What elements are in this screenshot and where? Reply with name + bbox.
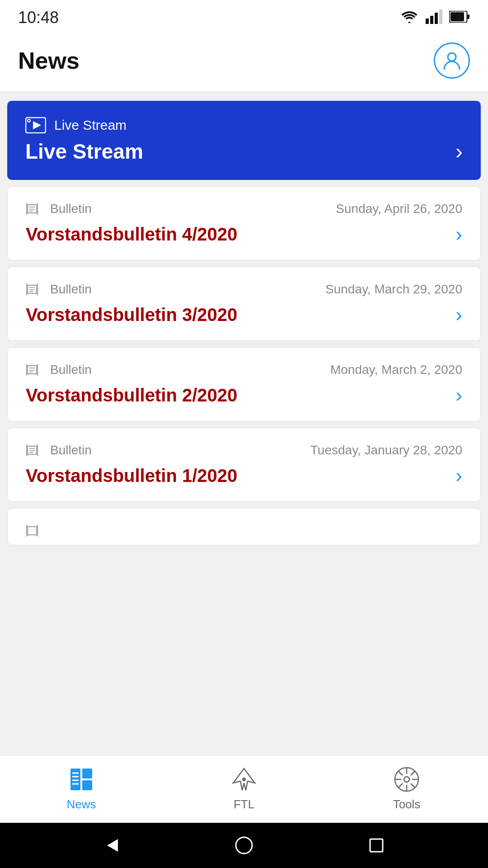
svg-rect-43	[370, 839, 383, 852]
bulletin-label-2: Bulletin	[50, 363, 92, 377]
live-stream-top: Live Stream	[25, 117, 463, 133]
nav-item-news[interactable]: News	[0, 765, 163, 811]
live-stream-card[interactable]: Live Stream Live Stream ›	[7, 101, 481, 180]
chevron-right-icon: ›	[455, 139, 463, 164]
live-stream-top-label: Live Stream	[54, 118, 127, 133]
svg-rect-5	[450, 12, 464, 21]
ftl-nav-icon	[230, 765, 258, 794]
back-button[interactable]	[102, 835, 122, 855]
bulletin-icon-3	[26, 443, 43, 458]
nav-item-tools[interactable]: Tools	[325, 765, 488, 811]
app-header: News	[0, 32, 488, 92]
home-button[interactable]	[234, 835, 254, 855]
chevron-right-icon-1: ›	[455, 303, 462, 326]
bulletin-top-3: Bulletin Tuesday, January 28, 2020	[26, 443, 462, 458]
status-time: 10:48	[18, 8, 59, 27]
battery-icon	[449, 11, 470, 24]
svg-rect-25	[82, 780, 92, 790]
svg-point-42	[236, 837, 252, 854]
bulletin-title-2: Vorstandsbulletin 2/2020	[26, 385, 237, 406]
bulletin-left-1: Bulletin	[26, 282, 92, 297]
nav-label-tools: Tools	[393, 797, 421, 811]
news-nav-icon	[67, 765, 96, 794]
bottom-nav: News FTL Tools	[0, 755, 488, 823]
svg-rect-6	[467, 14, 469, 19]
bulletin-bottom-1: Vorstandsbulletin 3/2020 ›	[26, 303, 462, 326]
bulletin-top-2: Bulletin Monday, March 2, 2020	[26, 362, 462, 377]
svg-line-39	[411, 771, 415, 775]
bulletin-top-1: Bulletin Sunday, March 29, 2020	[26, 282, 462, 297]
bulletin-top-0: Bulletin Sunday, April 26, 2020	[26, 201, 462, 217]
bulletin-icon-1	[26, 282, 43, 297]
content-area: Live Stream Live Stream › Bulletin Sunda…	[0, 92, 488, 755]
profile-icon	[441, 49, 463, 72]
svg-point-10	[28, 119, 30, 122]
bulletin-card-1[interactable]: Bulletin Sunday, March 29, 2020 Vorstand…	[7, 267, 481, 341]
bulletin-bottom-0: Vorstandsbulletin 4/2020 ›	[26, 223, 462, 245]
page-title: News	[18, 47, 80, 74]
svg-rect-1	[430, 16, 433, 24]
svg-marker-41	[107, 839, 118, 852]
bulletin-icon-0	[26, 201, 43, 217]
nav-item-ftl[interactable]: FTL	[163, 765, 325, 811]
bulletin-date-3: Tuesday, January 28, 2020	[310, 443, 462, 458]
nav-label-ftl: FTL	[234, 797, 254, 811]
live-stream-title: Live Stream	[25, 139, 143, 164]
status-bar: 10:48	[0, 0, 488, 32]
bulletin-title-1: Vorstandsbulletin 3/2020	[26, 305, 237, 325]
partial-bulletin-icon	[26, 523, 43, 538]
nav-label-news: News	[66, 797, 96, 811]
wifi-icon	[399, 9, 419, 26]
live-stream-icon	[25, 117, 46, 133]
bulletin-label-0: Bulletin	[50, 202, 92, 216]
bulletin-date-1: Sunday, March 29, 2020	[325, 282, 462, 297]
bulletin-left-3: Bulletin	[26, 443, 92, 458]
svg-point-32	[404, 777, 409, 782]
bulletin-date-2: Monday, March 2, 2020	[330, 363, 462, 377]
recents-button[interactable]	[366, 835, 386, 855]
live-stream-title-row: Live Stream ›	[25, 139, 463, 164]
bulletin-title-3: Vorstandsbulletin 1/2020	[26, 466, 237, 486]
svg-point-30	[242, 778, 246, 781]
bulletin-card-0[interactable]: Bulletin Sunday, April 26, 2020 Vorstand…	[7, 186, 481, 260]
svg-marker-9	[33, 121, 41, 129]
chevron-right-icon-0: ›	[455, 223, 462, 245]
svg-rect-2	[435, 13, 438, 24]
bulletin-card-2[interactable]: Bulletin Monday, March 2, 2020 Vorstands…	[7, 347, 481, 421]
bulletin-bottom-3: Vorstandsbulletin 1/2020 ›	[26, 464, 462, 487]
signal-icon	[426, 9, 443, 26]
bulletin-label-3: Bulletin	[50, 443, 92, 458]
profile-button[interactable]	[434, 42, 470, 79]
svg-line-40	[399, 783, 403, 788]
bulletin-bottom-2: Vorstandsbulletin 2/2020 ›	[26, 384, 462, 406]
svg-rect-23	[70, 769, 80, 790]
android-nav-bar	[0, 823, 488, 868]
svg-rect-3	[439, 9, 442, 24]
bulletin-date-0: Sunday, April 26, 2020	[336, 202, 462, 216]
bulletin-left-0: Bulletin	[26, 201, 92, 217]
bulletin-left-2: Bulletin	[26, 362, 92, 377]
bulletin-title-0: Vorstandsbulletin 4/2020	[26, 224, 237, 245]
status-icons	[399, 9, 470, 26]
chevron-right-icon-3: ›	[455, 464, 462, 487]
svg-rect-24	[82, 769, 92, 778]
svg-point-7	[448, 53, 456, 61]
svg-line-37	[399, 771, 403, 775]
svg-rect-0	[426, 19, 429, 24]
partial-card	[7, 508, 481, 545]
tools-nav-icon	[392, 765, 421, 794]
bulletin-icon-2	[26, 362, 43, 377]
bulletin-card-3[interactable]: Bulletin Tuesday, January 28, 2020 Vorst…	[7, 428, 481, 502]
svg-line-38	[411, 783, 415, 788]
chevron-right-icon-2: ›	[455, 384, 462, 406]
bulletin-label-1: Bulletin	[50, 282, 92, 297]
